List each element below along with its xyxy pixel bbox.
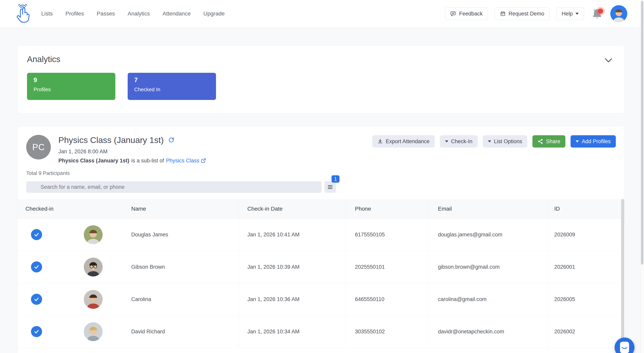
search-input[interactable]	[26, 181, 322, 193]
refresh-icon[interactable]	[168, 137, 174, 143]
profile-email: gibson.brown@gmail.com	[428, 251, 548, 283]
table-row[interactable]: Douglas JamesJan 1, 2026 10:41 AM6175550…	[18, 219, 624, 251]
checkin-date: Jan 1, 2026 10:41 AM	[239, 219, 346, 251]
checked-in-cell	[18, 251, 74, 283]
help-button[interactable]: Help	[556, 7, 584, 20]
profile-id: 2026009	[548, 219, 624, 251]
page-scrollbar-thumb[interactable]	[641, 1, 644, 265]
profile-avatar-cell	[74, 316, 131, 348]
table-header-row: Checked-in Name Check-in Date Phone Emai…	[18, 199, 624, 219]
profile-email: davidr@onetapcheckin.com	[428, 316, 548, 348]
share-icon	[538, 139, 543, 144]
feedback-chat-icon	[450, 11, 456, 17]
search-row: 1	[26, 181, 616, 193]
checkin-date: Jan 1, 2026 10:34 AM	[239, 316, 346, 348]
table-row[interactable]: Gibson BrownJan 1, 2026 10:39 AM20255501…	[18, 251, 624, 283]
calendar-icon	[500, 11, 506, 16]
table-body: Douglas JamesJan 1, 2026 10:41 AM6175550…	[18, 219, 624, 348]
list-title: Physics Class (January 1st)	[58, 135, 164, 145]
main-nav: Lists Profiles Passes Analytics Attendan…	[41, 10, 225, 17]
user-avatar[interactable]	[610, 5, 627, 22]
parent-list-link[interactable]: Physics Class	[166, 157, 206, 164]
list-actions: Export Attendance Check-In List Options …	[372, 135, 616, 164]
table-row[interactable]: CarolinaJan 1, 2026 10:36 AM6465550110ca…	[18, 283, 624, 316]
checked-in-cell	[18, 283, 74, 315]
analytics-panel: Analytics 9 Profiles 7 Checked In	[17, 45, 625, 114]
checked-in-toggle[interactable]	[31, 326, 42, 337]
checked-in-count: 7	[134, 76, 216, 84]
list-header: PC Physics Class (January 1st) Jan 1, 20…	[18, 135, 624, 164]
profile-avatar	[84, 258, 103, 277]
onetap-logo-icon[interactable]	[15, 4, 30, 23]
header-id: ID	[548, 199, 624, 218]
request-demo-button[interactable]: Request Demo	[495, 7, 550, 20]
table-scrollbar-thumb[interactable]	[621, 199, 624, 346]
list-datetime: Jan 1, 2026 8:00 AM	[58, 148, 206, 155]
header-checkin-date: Check-in Date	[239, 199, 346, 218]
notifications-bell-icon[interactable]	[592, 8, 602, 19]
checkin-date: Jan 1, 2026 10:39 AM	[239, 251, 346, 283]
profile-name: Douglas James	[131, 219, 239, 251]
profile-email: carolina@gmail.com	[428, 283, 548, 315]
nav-item-upgrade[interactable]: Upgrade	[204, 10, 225, 17]
profile-id: 2026005	[548, 283, 624, 315]
export-attendance-button[interactable]: Export Attendance	[372, 135, 435, 148]
profile-phone: 6175550105	[346, 219, 428, 251]
list-avatar: PC	[26, 135, 51, 159]
chevron-down-icon	[576, 13, 579, 15]
profiles-count: 9	[34, 76, 115, 84]
chevron-down-icon	[445, 140, 448, 142]
profile-phone: 6465550110	[346, 283, 428, 315]
nav-item-analytics[interactable]: Analytics	[128, 10, 150, 17]
external-link-icon	[201, 158, 206, 163]
profile-id: 2026001	[548, 251, 624, 283]
nav-item-lists[interactable]: Lists	[41, 10, 53, 17]
checked-in-cell	[18, 219, 74, 251]
sublist-line: Physics Class (January 1st) is a sub-lis…	[58, 157, 206, 164]
list-view-options-button[interactable]: 1	[324, 181, 336, 193]
header-phone: Phone	[346, 199, 428, 218]
checked-in-toggle[interactable]	[31, 294, 42, 305]
chevron-down-icon	[488, 140, 491, 142]
analytics-metrics: 9 Profiles 7 Checked In	[27, 73, 615, 100]
check-icon	[34, 296, 40, 302]
nav-item-profiles[interactable]: Profiles	[66, 10, 84, 17]
profile-phone: 2025550101	[346, 251, 428, 283]
profile-name: David Richard	[131, 316, 239, 348]
page-number-badge: 1	[332, 175, 340, 183]
header-checked-in: Checked-in	[18, 199, 131, 218]
navbar-right: Feedback Request Demo Help	[445, 5, 627, 22]
profile-name: Carolina	[131, 283, 239, 315]
profile-id: 2026002	[548, 316, 624, 348]
table-row[interactable]: David RichardJan 1, 2026 10:34 AM3035550…	[18, 316, 624, 348]
list-panel: PC Physics Class (January 1st) Jan 1, 20…	[17, 126, 625, 353]
checked-in-toggle[interactable]	[31, 261, 42, 273]
profile-avatar-cell	[74, 219, 131, 251]
profiles-metric-card: 9 Profiles	[27, 73, 115, 100]
nav-item-attendance[interactable]: Attendance	[162, 10, 191, 17]
feedback-button[interactable]: Feedback	[445, 7, 488, 20]
profile-phone: 3035550102	[346, 316, 428, 348]
share-button[interactable]: Share	[532, 135, 566, 148]
checked-in-toggle[interactable]	[31, 229, 42, 240]
analytics-collapse-chevron-icon[interactable]	[605, 58, 612, 63]
header-name: Name	[131, 199, 239, 218]
list-icon	[327, 184, 333, 190]
profile-avatar-cell	[74, 283, 131, 315]
nav-item-passes[interactable]: Passes	[97, 10, 115, 17]
profile-avatar	[84, 225, 103, 244]
check-icon	[34, 264, 40, 270]
top-navbar: Lists Profiles Passes Analytics Attendan…	[0, 0, 644, 27]
add-profiles-button[interactable]: Add Profiles	[570, 135, 616, 148]
chevron-down-icon	[576, 140, 579, 142]
check-icon	[34, 329, 40, 335]
download-icon	[378, 139, 383, 144]
check-icon	[34, 232, 40, 238]
analytics-title: Analytics	[27, 54, 615, 64]
list-options-button[interactable]: List Options	[483, 135, 528, 148]
profiles-label: Profiles	[34, 86, 115, 93]
profile-avatar	[84, 290, 103, 309]
checked-in-label: Checked In	[134, 86, 216, 93]
header-email: Email	[428, 199, 548, 218]
check-in-button[interactable]: Check-In	[440, 135, 478, 148]
